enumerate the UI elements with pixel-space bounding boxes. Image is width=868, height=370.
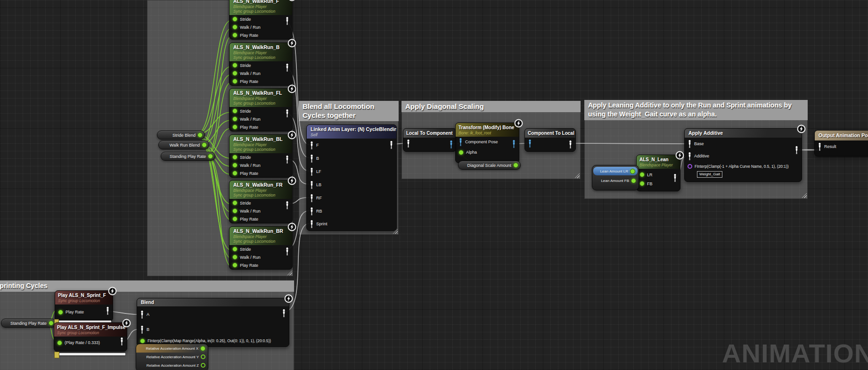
pill-walk-run-blend[interactable]: Walk Run Blend [158, 140, 209, 149]
node-als-n-lean[interactable]: ALS_N_Lean Blendspace Player LR FB [636, 155, 680, 191]
pose-b-input-pin[interactable] [140, 326, 144, 334]
relative-acceleration-group[interactable]: Relative Acceleration Amount X Relative … [136, 344, 208, 370]
pill-standing-play-rate-bottom[interactable]: Standing Play Rate [1, 319, 56, 328]
walkrun-input-pin[interactable] [232, 71, 237, 76]
node-component-to-local[interactable]: Component To Local [524, 128, 576, 152]
base-pose-input-pin[interactable] [688, 140, 692, 148]
pill-diagonal-scale-amount[interactable]: Diagonal Scale Amount [458, 161, 521, 170]
node-linked-anim-layer[interactable]: Linked Anim Layer: (N) CycleBlending Sel… [306, 124, 397, 231]
playrate-input-pin[interactable] [232, 263, 237, 268]
pill-rel-accel-z[interactable]: Relative Acceleration Amount Z [136, 361, 208, 370]
pose-input-pin[interactable] [310, 141, 314, 149]
lr-input-pin[interactable] [639, 172, 645, 177]
float-output-pin[interactable] [49, 321, 54, 326]
node-als-n-walkrun-b[interactable]: ALS_N_WalkRun_B Blendspace Player Sync g… [229, 42, 293, 86]
float-output-pin[interactable] [197, 132, 203, 138]
additive-pose-input-pin[interactable] [688, 152, 692, 160]
pose-input-pin[interactable] [310, 194, 314, 202]
pose-output-pin[interactable] [389, 141, 393, 151]
float-output-pin[interactable] [201, 363, 205, 368]
node-apply-additive[interactable]: Apply Additive Base Additive FInterp(Cla… [684, 128, 802, 182]
float-output-pin[interactable] [630, 169, 635, 174]
fast-path-lightning-icon [287, 131, 296, 140]
pose-output-pin[interactable] [285, 109, 289, 119]
float-output-pin[interactable] [200, 346, 205, 351]
playrate-input-pin[interactable] [232, 171, 237, 176]
pose-input-pin[interactable] [310, 155, 314, 163]
pose-output-pin[interactable] [282, 309, 286, 319]
node-als-n-walkrun-fr[interactable]: ALS_N_WalkRun_FR Blendspace Player Sync … [229, 180, 293, 223]
playrate-input-pin[interactable] [232, 216, 237, 222]
lean-amount-group[interactable]: Lean Amount LR Lean Amount FB [592, 165, 639, 190]
node-blend[interactable]: Blend A B FInterp(Clamp(Map Range(Alpha,… [137, 298, 289, 347]
pill-stride-blend[interactable]: Stride Blend [157, 131, 205, 140]
pose-output-pin[interactable] [106, 307, 110, 317]
pill-label: Relative Acceleration Amount X [146, 346, 198, 351]
pose-output-pin[interactable] [285, 201, 289, 211]
component-pose-output-pin[interactable] [512, 140, 516, 150]
float-output-pin[interactable] [201, 354, 205, 359]
pose-input-pin[interactable] [310, 207, 314, 215]
stride-input-pin[interactable] [232, 155, 237, 160]
walkrun-input-pin[interactable] [232, 208, 237, 214]
stride-input-pin[interactable] [232, 63, 237, 68]
playback-position-marker [54, 352, 59, 358]
stride-input-pin[interactable] [232, 108, 237, 114]
alpha-input-pin[interactable] [140, 338, 145, 344]
alpha-curve-input-pin[interactable] [688, 164, 692, 169]
node-als-n-walkrun-bl[interactable]: ALS_N_WalkRun_BL Blendspace Player Sync … [229, 134, 293, 178]
float-output-pin[interactable] [513, 163, 518, 168]
pose-output-pin[interactable] [285, 247, 289, 257]
pill-standing-play-rate[interactable]: Standing Play Rate [161, 152, 215, 161]
stride-input-pin[interactable] [232, 200, 237, 206]
node-play-als-n-sprint-f[interactable]: Play ALS_N_Sprint_F Sync group Locomotio… [55, 290, 113, 321]
node-play-als-n-sprint-f-impulse[interactable]: Play ALS_N_Sprint_F_Impulse Sync group L… [54, 322, 127, 352]
pose-output-pin[interactable] [285, 64, 289, 74]
pill-rel-accel-y[interactable]: Relative Acceleration Amount Y [136, 353, 208, 361]
pose-output-pin[interactable] [794, 146, 799, 156]
node-als-n-walkrun-br[interactable]: ALS_N_WalkRun_BR Blendspace Player Sync … [229, 226, 293, 270]
pill-lean-amount-lr[interactable]: Lean Amount LR [593, 167, 638, 175]
component-pose-input-pin[interactable] [459, 138, 463, 146]
playrate-input-pin[interactable] [232, 124, 237, 130]
playrate-input-pin[interactable] [232, 33, 237, 38]
alpha-input-pin[interactable] [459, 150, 464, 155]
playrate-input-pin[interactable] [58, 310, 63, 315]
stride-input-pin[interactable] [232, 247, 237, 252]
pose-output-pin[interactable] [120, 337, 124, 347]
pill-rel-accel-x[interactable]: Relative Acceleration Amount X [136, 344, 208, 353]
pose-output-pin[interactable] [285, 17, 289, 27]
float-output-pin[interactable] [631, 178, 636, 183]
result-input-pin[interactable] [818, 143, 822, 151]
node-als-n-walkrun-fl[interactable]: ALS_N_WalkRun_FL Blendspace Player Sync … [229, 88, 293, 132]
node-als-n-walkrun-f[interactable]: ALS_N_WalkRun_F Blendspace Player Sync g… [229, 0, 293, 40]
pose-output-pin[interactable] [673, 174, 677, 184]
pose-input-pin[interactable] [310, 168, 314, 176]
curve-name-input[interactable]: Weight_Gait [697, 171, 722, 178]
stride-input-pin[interactable] [232, 16, 237, 22]
pose-input-pin[interactable] [406, 140, 410, 148]
float-output-pin[interactable] [208, 154, 213, 159]
node-output-animation-pose[interactable]: Output Animation Pose Result [814, 130, 868, 156]
walkrun-input-pin[interactable] [232, 163, 237, 168]
pill-lean-amount-fb[interactable]: Lean Amount FB [592, 176, 639, 185]
node-subtitle: Blendspace Player [639, 163, 677, 167]
fb-input-pin[interactable] [639, 181, 645, 186]
playrate-input-pin[interactable] [57, 340, 62, 345]
walkrun-input-pin[interactable] [232, 116, 237, 122]
pose-output-pin[interactable] [568, 140, 573, 150]
pose-a-input-pin[interactable] [140, 311, 144, 319]
walkrun-input-pin[interactable] [232, 255, 237, 260]
node-transform-modify-bone[interactable]: Transform (Modify) Bone Bone: ik_foot_ro… [455, 123, 519, 163]
float-output-pin[interactable] [202, 142, 207, 148]
animgraph-canvas[interactable]: ANIMATION Blend all Locomotion Cycles to… [0, 0, 868, 370]
component-pose-input-pin[interactable] [528, 140, 532, 148]
playrate-input-pin[interactable] [232, 79, 237, 84]
component-pose-output-pin[interactable] [449, 140, 453, 150]
pose-output-pin[interactable] [285, 156, 289, 165]
pose-input-pin[interactable] [310, 220, 314, 228]
walkrun-input-pin[interactable] [232, 25, 237, 30]
pose-input-pin[interactable] [310, 181, 314, 189]
node-local-to-component[interactable]: Local To Component [403, 128, 457, 152]
fast-path-lightning-icon [514, 119, 523, 128]
